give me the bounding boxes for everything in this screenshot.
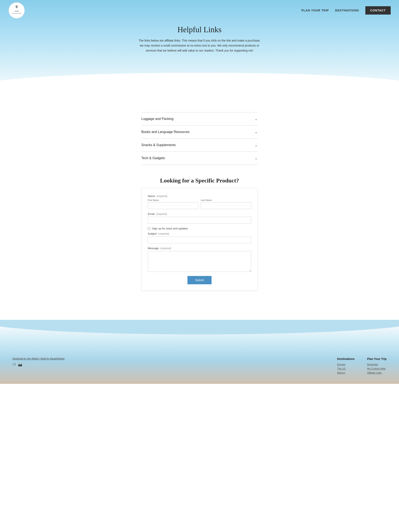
accordion-header-snacks[interactable]: Snacks & Supplements ⌄	[141, 139, 258, 152]
hero-description: The links below are affiliate links. Thi…	[137, 38, 262, 53]
chevron-down-icon-snacks: ⌄	[254, 143, 258, 147]
footer-social:  f 📷	[13, 363, 65, 367]
footer-link-itineraries[interactable]: Itineraries	[367, 363, 386, 366]
header: ✈ clouds travel blog & our path in the P…	[0, 0, 399, 21]
name-group: Name (required) First Name Last Name	[148, 195, 251, 209]
last-name-label: Last Name	[201, 199, 251, 201]
footer-link-us[interactable]: The US	[337, 367, 355, 370]
newsletter-checkbox[interactable]	[148, 227, 151, 230]
footer-left: Designed by Jen Maher | Built by SquareK…	[13, 357, 65, 367]
footer-link-affiliate-links[interactable]: Affiliate Links	[367, 371, 386, 374]
footer-destinations-heading: Destinations	[337, 357, 355, 361]
nav-destinations[interactable]: DESTINATIONS	[335, 9, 359, 12]
subject-input[interactable]	[148, 236, 251, 243]
accordion-item-books: Books and Language Resources ⌄	[141, 125, 258, 138]
svg-text:in the: in the	[15, 5, 18, 6]
newsletter-label: Sign up for news and updates	[152, 227, 188, 230]
main-nav: PLAN YOUR TRIP DESTINATIONS CONTACT	[301, 6, 391, 14]
instagram-icon[interactable]: 📷	[18, 363, 22, 367]
footer-link-europe[interactable]: Europe	[337, 363, 355, 366]
subject-label: Subject (required)	[148, 232, 251, 235]
footer-credit-link[interactable]: Designed by Jen Maher | Built by SquareK…	[13, 357, 65, 360]
newsletter-row: Sign up for news and updates	[148, 227, 251, 230]
message-label: Message (required)	[148, 247, 251, 250]
site-logo: ✈ clouds travel blog & our path in the	[8, 2, 25, 19]
footer-link-mexico[interactable]: Mexico	[337, 371, 355, 374]
main-content: Luggage and Packing ⌄ Books and Language…	[0, 87, 399, 303]
wave-separator	[0, 320, 399, 345]
accordion-item-snacks: Snacks & Supplements ⌄	[141, 138, 258, 152]
form-section: Looking for a Specific Product? Name (re…	[137, 177, 262, 291]
accordion: Luggage and Packing ⌄ Books and Language…	[137, 112, 262, 165]
accordion-header-books[interactable]: Books and Language Resources ⌄	[141, 126, 258, 138]
nav-plan-trip[interactable]: PLAN YOUR TRIP	[301, 9, 329, 12]
chevron-down-icon-books: ⌄	[254, 130, 258, 134]
contact-form-wrapper: Name (required) First Name Last Name	[141, 188, 258, 291]
accordion-label-tech: Tech & Gadgets	[141, 156, 165, 160]
svg-text:travel blog & our path: travel blog & our path	[12, 13, 21, 14]
nav-contact[interactable]: CONTACT	[365, 6, 391, 14]
name-row: First Name Last Name	[148, 199, 251, 209]
form-section-title: Looking for a Specific Product?	[141, 177, 258, 184]
footer-plan-trip-heading: Plan Your Trip	[367, 357, 386, 361]
message-group: Message (required)	[148, 247, 251, 273]
email-label: Email (required)	[148, 212, 251, 215]
accordion-label-luggage: Luggage and Packing	[141, 117, 173, 121]
first-name-col: First Name	[148, 199, 198, 209]
name-label: Name (required)	[148, 195, 251, 198]
first-name-label: First Name	[148, 199, 198, 201]
email-input[interactable]	[148, 217, 251, 224]
first-name-input[interactable]	[148, 202, 198, 209]
message-textarea[interactable]	[148, 251, 251, 272]
svg-text:clouds: clouds	[14, 10, 19, 12]
accordion-header-tech[interactable]: Tech & Gadgets ⌄	[141, 152, 258, 165]
subject-group: Subject (required)	[148, 232, 251, 243]
accordion-label-snacks: Snacks & Supplements	[141, 143, 176, 147]
footer-nav: Destinations Europe The US Mexico Plan Y…	[337, 357, 386, 375]
accordion-item-luggage: Luggage and Packing ⌄	[141, 112, 258, 125]
accordion-label-books: Books and Language Resources	[141, 130, 190, 134]
footer-link-my-custom-help[interactable]: My Custom Help	[367, 367, 386, 370]
chevron-down-icon-luggage: ⌄	[254, 117, 258, 121]
last-name-col: Last Name	[201, 199, 251, 209]
logo-area: ✈ clouds travel blog & our path in the	[8, 2, 25, 19]
facebook-icon[interactable]:  f	[13, 363, 16, 367]
chevron-down-icon-tech: ⌄	[254, 156, 258, 160]
submit-button[interactable]: Submit	[187, 276, 212, 284]
footer: Designed by Jen Maher | Built by SquareK…	[0, 345, 399, 384]
footer-top: Designed by Jen Maher | Built by SquareK…	[13, 357, 386, 375]
footer-destinations-column: Destinations Europe The US Mexico	[337, 357, 355, 375]
last-name-input[interactable]	[201, 202, 251, 209]
email-group: Email (required)	[148, 212, 251, 224]
contact-form: Name (required) First Name Last Name	[148, 195, 251, 284]
page-title: Helpful Links	[177, 25, 222, 34]
footer-plan-trip-column: Plan Your Trip Itineraries My Custom Hel…	[367, 357, 386, 375]
accordion-item-tech: Tech & Gadgets ⌄	[141, 152, 258, 165]
accordion-header-luggage[interactable]: Luggage and Packing ⌄	[141, 112, 258, 125]
